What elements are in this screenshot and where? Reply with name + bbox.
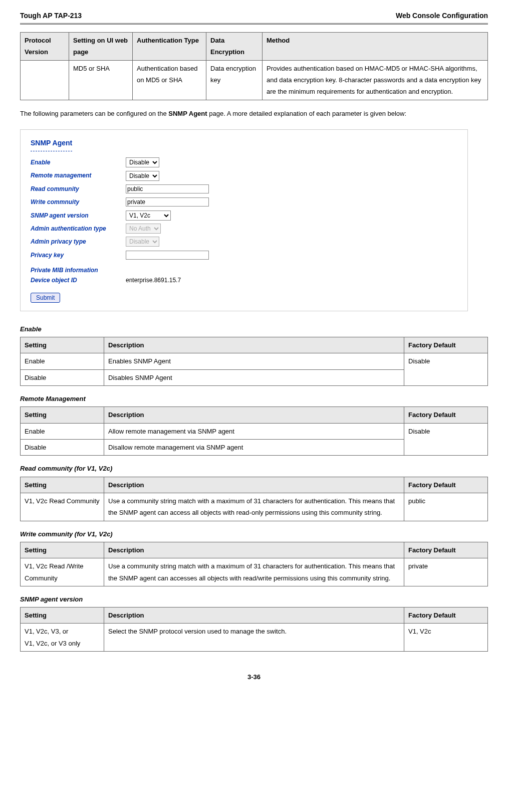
table-row: MD5 or SHA Authentication based on MD5 o… [21, 60, 488, 100]
label-version: SNMP agent version [31, 211, 126, 221]
table-row: Enable Allow remote management via SNMP … [21, 423, 488, 439]
table-write: Setting Description Factory Default V1, … [20, 542, 488, 586]
col-protocol-version: Protocol Version [21, 32, 69, 60]
col-method: Method [263, 32, 488, 60]
select-priv-type: Disable [126, 237, 159, 247]
header-left: Tough AP TAP-213 [20, 10, 82, 22]
label-privkey: Privacy key [31, 250, 126, 260]
input-read-community[interactable] [126, 184, 209, 193]
page-number: 3-36 [20, 672, 488, 683]
col-setting: Setting on UI web page [69, 32, 133, 60]
panel-title: SNMP Agent [31, 137, 72, 151]
header-right: Web Console Configuration [396, 10, 488, 22]
section-enable-title: Enable [20, 324, 488, 335]
section-remote-title: Remote Management [20, 393, 488, 404]
label-remote: Remote management [31, 170, 126, 180]
section-version-title: SNMP agent version [20, 594, 488, 605]
page-header: Tough AP TAP-213 Web Console Configurati… [20, 10, 488, 25]
select-remote[interactable]: Disable [126, 171, 159, 181]
label-enable: Enable [31, 157, 126, 167]
label-devid: Device object ID [31, 275, 126, 285]
label-auth: Admin authentication type [31, 224, 126, 234]
col-auth-type: Authentication Type [133, 32, 206, 60]
select-auth-type: No Auth [126, 224, 161, 234]
table-row: Enable Enables SNMP Agent Disable [21, 353, 488, 369]
select-version[interactable]: V1, V2c [126, 211, 171, 221]
input-privacy-key[interactable] [126, 251, 209, 260]
submit-button[interactable]: Submit [31, 293, 60, 303]
table-row: V1, V2c Read /Write Community Use a comm… [21, 558, 488, 586]
intro-paragraph: The following parameters can be configur… [20, 108, 488, 119]
table-row: V1, V2c Read Community Use a community s… [21, 493, 488, 521]
col-data-enc: Data Encryption [206, 32, 263, 60]
label-write: Write commnuity [31, 197, 126, 207]
section-read-title: Read community (for V1, V2c) [20, 463, 488, 474]
value-devid: enterprise.8691.15.7 [126, 275, 181, 285]
label-read: Read community [31, 184, 126, 194]
protocol-table: Protocol Version Setting on UI web page … [20, 32, 488, 100]
table-read: Setting Description Factory Default V1, … [20, 477, 488, 521]
label-mib: Private MIB information [31, 265, 457, 275]
table-remote: Setting Description Factory Default Enab… [20, 407, 488, 456]
snmp-agent-panel: SNMP Agent Enable Disable Remote managem… [20, 129, 468, 311]
table-row: V1, V2c, V3, or V1, V2c, or V3 only Sele… [21, 624, 488, 652]
input-write-community[interactable] [126, 197, 209, 207]
label-priv: Admin privacy type [31, 237, 126, 247]
section-write-title: Write community (for V1, V2c) [20, 529, 488, 540]
select-enable[interactable]: Disable [126, 157, 159, 167]
table-enable: Setting Description Factory Default Enab… [20, 337, 488, 386]
table-version: Setting Description Factory Default V1, … [20, 607, 488, 652]
